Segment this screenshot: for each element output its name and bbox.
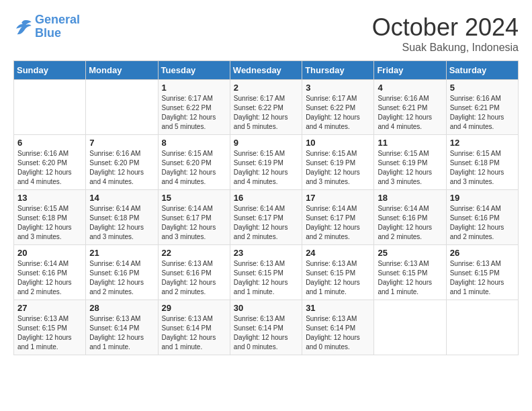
calendar-cell: 22Sunrise: 6:13 AM Sunset: 6:16 PM Dayli… <box>158 245 230 300</box>
calendar-cell: 21Sunrise: 6:14 AM Sunset: 6:16 PM Dayli… <box>86 245 158 300</box>
day-number: 22 <box>162 248 226 258</box>
day-number: 4 <box>378 83 442 93</box>
day-info: Sunrise: 6:14 AM Sunset: 6:17 PM Dayligh… <box>234 204 298 242</box>
day-number: 12 <box>450 138 515 148</box>
calendar-cell: 17Sunrise: 6:14 AM Sunset: 6:17 PM Dayli… <box>302 190 374 245</box>
day-info: Sunrise: 6:16 AM Sunset: 6:21 PM Dayligh… <box>450 94 515 132</box>
logo-general: General <box>35 13 80 26</box>
day-number: 26 <box>450 248 515 258</box>
day-number: 13 <box>17 193 82 203</box>
day-info: Sunrise: 6:15 AM Sunset: 6:20 PM Dayligh… <box>162 149 226 187</box>
calendar-cell: 4Sunrise: 6:16 AM Sunset: 6:21 PM Daylig… <box>374 80 446 135</box>
day-info: Sunrise: 6:15 AM Sunset: 6:19 PM Dayligh… <box>234 149 298 187</box>
calendar-cell <box>86 80 158 135</box>
calendar-cell: 19Sunrise: 6:14 AM Sunset: 6:16 PM Dayli… <box>446 190 518 245</box>
calendar-cell: 3Sunrise: 6:17 AM Sunset: 6:22 PM Daylig… <box>302 80 374 135</box>
calendar-cell: 13Sunrise: 6:15 AM Sunset: 6:18 PM Dayli… <box>14 190 86 245</box>
day-info: Sunrise: 6:15 AM Sunset: 6:18 PM Dayligh… <box>450 149 515 187</box>
day-number: 10 <box>306 138 370 148</box>
calendar-cell: 7Sunrise: 6:16 AM Sunset: 6:20 PM Daylig… <box>86 135 158 190</box>
day-info: Sunrise: 6:13 AM Sunset: 6:15 PM Dayligh… <box>234 259 298 297</box>
calendar-cell: 23Sunrise: 6:13 AM Sunset: 6:15 PM Dayli… <box>230 245 302 300</box>
day-info: Sunrise: 6:14 AM Sunset: 6:17 PM Dayligh… <box>306 204 370 242</box>
calendar-header-sunday: Sunday <box>14 61 86 80</box>
day-number: 14 <box>89 193 154 203</box>
calendar-week-row: 20Sunrise: 6:14 AM Sunset: 6:16 PM Dayli… <box>14 245 519 300</box>
logo-blue-text: Blue <box>35 26 61 40</box>
month-title: October 2024 <box>372 13 519 42</box>
day-info: Sunrise: 6:13 AM Sunset: 6:14 PM Dayligh… <box>306 314 370 352</box>
day-info: Sunrise: 6:13 AM Sunset: 6:15 PM Dayligh… <box>306 259 370 297</box>
location-subtitle: Suak Bakung, Indonesia <box>372 42 519 54</box>
calendar-cell <box>374 300 446 355</box>
day-number: 9 <box>234 138 298 148</box>
day-number: 21 <box>89 248 154 258</box>
calendar-header-saturday: Saturday <box>446 61 518 80</box>
logo: General Blue <box>13 13 80 40</box>
day-info: Sunrise: 6:16 AM Sunset: 6:21 PM Dayligh… <box>378 94 442 132</box>
day-info: Sunrise: 6:16 AM Sunset: 6:20 PM Dayligh… <box>17 149 82 187</box>
calendar-week-row: 13Sunrise: 6:15 AM Sunset: 6:18 PM Dayli… <box>14 190 519 245</box>
day-number: 28 <box>89 303 154 313</box>
day-number: 16 <box>234 193 298 203</box>
calendar-cell: 9Sunrise: 6:15 AM Sunset: 6:19 PM Daylig… <box>230 135 302 190</box>
calendar-cell: 12Sunrise: 6:15 AM Sunset: 6:18 PM Dayli… <box>446 135 518 190</box>
calendar-cell: 30Sunrise: 6:13 AM Sunset: 6:14 PM Dayli… <box>230 300 302 355</box>
calendar-header-wednesday: Wednesday <box>230 61 302 80</box>
day-number: 17 <box>306 193 370 203</box>
calendar-cell: 31Sunrise: 6:13 AM Sunset: 6:14 PM Dayli… <box>302 300 374 355</box>
day-number: 19 <box>450 193 515 203</box>
day-number: 11 <box>378 138 442 148</box>
day-number: 27 <box>17 303 82 313</box>
calendar-cell: 20Sunrise: 6:14 AM Sunset: 6:16 PM Dayli… <box>14 245 86 300</box>
calendar-week-row: 1Sunrise: 6:17 AM Sunset: 6:22 PM Daylig… <box>14 80 519 135</box>
calendar-cell: 25Sunrise: 6:13 AM Sunset: 6:15 PM Dayli… <box>374 245 446 300</box>
day-number: 7 <box>89 138 154 148</box>
calendar-cell: 18Sunrise: 6:14 AM Sunset: 6:16 PM Dayli… <box>374 190 446 245</box>
calendar-cell: 6Sunrise: 6:16 AM Sunset: 6:20 PM Daylig… <box>14 135 86 190</box>
day-info: Sunrise: 6:13 AM Sunset: 6:15 PM Dayligh… <box>17 314 82 352</box>
calendar-table: SundayMondayTuesdayWednesdayThursdayFrid… <box>13 60 519 355</box>
calendar-header-tuesday: Tuesday <box>158 61 230 80</box>
calendar-week-row: 6Sunrise: 6:16 AM Sunset: 6:20 PM Daylig… <box>14 135 519 190</box>
day-number: 23 <box>234 248 298 258</box>
calendar-cell: 5Sunrise: 6:16 AM Sunset: 6:21 PM Daylig… <box>446 80 518 135</box>
calendar-week-row: 27Sunrise: 6:13 AM Sunset: 6:15 PM Dayli… <box>14 300 519 355</box>
calendar-cell: 1Sunrise: 6:17 AM Sunset: 6:22 PM Daylig… <box>158 80 230 135</box>
calendar-cell: 10Sunrise: 6:15 AM Sunset: 6:19 PM Dayli… <box>302 135 374 190</box>
title-block: October 2024 Suak Bakung, Indonesia <box>372 13 519 54</box>
calendar-header-monday: Monday <box>86 61 158 80</box>
day-info: Sunrise: 6:17 AM Sunset: 6:22 PM Dayligh… <box>306 94 370 132</box>
day-info: Sunrise: 6:13 AM Sunset: 6:16 PM Dayligh… <box>162 259 226 297</box>
day-info: Sunrise: 6:14 AM Sunset: 6:16 PM Dayligh… <box>450 204 515 242</box>
calendar-cell: 27Sunrise: 6:13 AM Sunset: 6:15 PM Dayli… <box>14 300 86 355</box>
calendar-header-row: SundayMondayTuesdayWednesdayThursdayFrid… <box>14 61 519 80</box>
calendar-cell: 14Sunrise: 6:14 AM Sunset: 6:18 PM Dayli… <box>86 190 158 245</box>
day-info: Sunrise: 6:16 AM Sunset: 6:20 PM Dayligh… <box>89 149 154 187</box>
day-number: 29 <box>162 303 226 313</box>
calendar-cell <box>14 80 86 135</box>
day-info: Sunrise: 6:17 AM Sunset: 6:22 PM Dayligh… <box>162 94 226 132</box>
calendar-cell: 16Sunrise: 6:14 AM Sunset: 6:17 PM Dayli… <box>230 190 302 245</box>
calendar-header-friday: Friday <box>374 61 446 80</box>
day-number: 5 <box>450 83 515 93</box>
day-info: Sunrise: 6:15 AM Sunset: 6:18 PM Dayligh… <box>17 204 82 242</box>
day-info: Sunrise: 6:13 AM Sunset: 6:15 PM Dayligh… <box>450 259 515 297</box>
day-info: Sunrise: 6:13 AM Sunset: 6:14 PM Dayligh… <box>234 314 298 352</box>
page-header: General Blue October 2024 Suak Bakung, I… <box>13 13 519 54</box>
calendar-cell: 8Sunrise: 6:15 AM Sunset: 6:20 PM Daylig… <box>158 135 230 190</box>
logo-text: General <box>35 13 80 27</box>
day-number: 8 <box>162 138 226 148</box>
calendar-cell: 15Sunrise: 6:14 AM Sunset: 6:17 PM Dayli… <box>158 190 230 245</box>
day-number: 15 <box>162 193 226 203</box>
calendar-header-thursday: Thursday <box>302 61 374 80</box>
calendar-cell: 2Sunrise: 6:17 AM Sunset: 6:22 PM Daylig… <box>230 80 302 135</box>
day-number: 6 <box>17 138 82 148</box>
day-number: 25 <box>378 248 442 258</box>
day-info: Sunrise: 6:14 AM Sunset: 6:16 PM Dayligh… <box>89 259 154 297</box>
day-info: Sunrise: 6:15 AM Sunset: 6:19 PM Dayligh… <box>378 149 442 187</box>
day-info: Sunrise: 6:14 AM Sunset: 6:18 PM Dayligh… <box>89 204 154 242</box>
logo-blue: Blue <box>35 27 80 40</box>
calendar-cell: 11Sunrise: 6:15 AM Sunset: 6:19 PM Dayli… <box>374 135 446 190</box>
day-info: Sunrise: 6:13 AM Sunset: 6:14 PM Dayligh… <box>89 314 154 352</box>
